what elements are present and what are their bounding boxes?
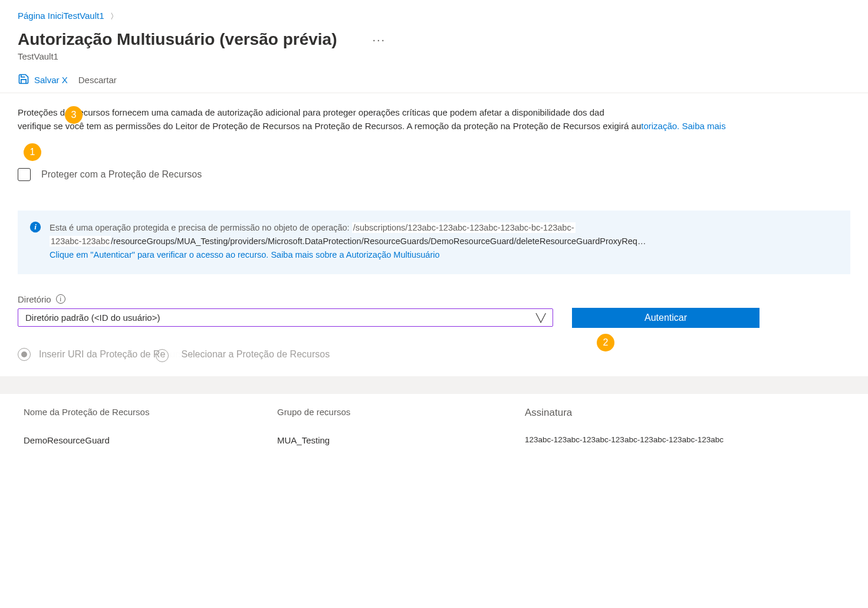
chevron-down-icon: ╲╱ <box>536 313 545 323</box>
breadcrumb-home[interactable]: Página Inici <box>18 11 64 21</box>
info-icon: i <box>29 221 41 233</box>
breadcrumb-current[interactable]: TestVault1 <box>64 11 104 21</box>
directory-select[interactable]: Diretório padrão (<ID do usuário>) ╲╱ <box>18 308 553 327</box>
mua-learn-more-link[interactable]: Saiba mais sobre a Autorização Multiusuá… <box>271 250 439 259</box>
breadcrumb: Página IniciTestVault1 〉 <box>0 6 868 24</box>
page-subtitle: TestVault1 <box>0 49 868 70</box>
discard-button[interactable]: Descartar <box>78 75 117 85</box>
step-badge-3: 3 <box>65 106 83 124</box>
step-badge-1: 1 <box>24 143 41 161</box>
col-rg-header: Grupo de recursos <box>277 407 525 419</box>
step-badge-2: 2 <box>597 334 614 351</box>
description-text: Proteções de Recursos fornecem uma camad… <box>18 106 850 133</box>
cell-rg: MUA_Testing <box>277 435 525 445</box>
col-name-header: Nome da Proteção de Recursos <box>24 407 277 419</box>
svg-text:i: i <box>34 222 37 231</box>
radio-group: Inserir URI da Proteção de Recursos Sele… <box>0 328 868 376</box>
radio-enter-uri[interactable] <box>18 348 31 361</box>
col-sub-header: Assinatura <box>525 407 844 419</box>
protect-checkbox-label: Proteger com a Proteção de Recursos <box>41 169 202 180</box>
info-circle-icon[interactable]: i <box>56 294 65 304</box>
save-button[interactable]: Salvar X <box>18 73 68 87</box>
table-header-bar <box>0 376 868 394</box>
cell-sub: 123abc-123abc-123abc-123abc-123abc-123ab… <box>525 435 844 445</box>
page-title: Autorização Multiusuário (versão prévia) <box>18 30 337 49</box>
authenticate-button[interactable]: Autenticar <box>572 308 760 328</box>
directory-value: Diretório padrão (<ID do usuário>) <box>25 313 160 323</box>
discard-label: Descartar <box>78 75 117 85</box>
learn-more-link[interactable]: Saiba mais <box>682 121 725 131</box>
save-label: Salvar X <box>34 75 68 85</box>
table-header: Nome da Proteção de Recursos Grupo de re… <box>0 394 868 425</box>
more-button[interactable]: ··· <box>372 33 386 47</box>
cell-name: DemoResourceGuard <box>24 435 277 445</box>
radio-select-guard-label: Selecionar a Proteção de Recursos <box>181 349 330 360</box>
directory-label: Diretório i <box>18 294 850 304</box>
save-icon <box>18 73 29 87</box>
auth-hint-link[interactable]: Clique em "Autenticar" para verificar o … <box>50 250 271 259</box>
authorization-link[interactable]: torização. <box>641 121 682 131</box>
table-row[interactable]: DemoResourceGuard MUA_Testing 123abc-123… <box>0 425 868 456</box>
radio-enter-uri-label: Inserir URI da Proteção de Recursos <box>39 349 193 360</box>
protect-checkbox[interactable] <box>18 168 31 181</box>
chevron-right-icon: 〉 <box>110 12 118 21</box>
info-box: i Esta é uma operação protegida e precis… <box>18 211 850 274</box>
